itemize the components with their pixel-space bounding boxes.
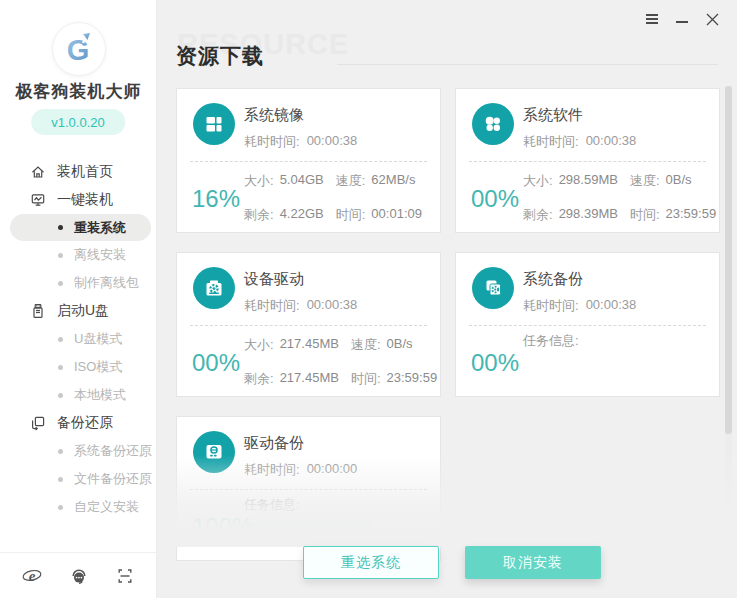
- usb-drive-icon: [29, 303, 46, 320]
- card-system-image: 系统镜像 耗时时间: 00:00:38 16% 大小:5.04GB 速度:62M…: [176, 88, 441, 233]
- elapsed-time-value: 00:00:00: [307, 461, 358, 479]
- elapsed-time-value: 00:00:38: [586, 297, 637, 315]
- progress-percent: 00%: [471, 185, 519, 213]
- card-divider: [469, 161, 706, 162]
- home-icon: [29, 164, 46, 181]
- sidebar-item-file-backup-restore[interactable]: 文件备份还原: [0, 465, 157, 493]
- sidebar-nav: 装机首页 一键装机 重装系统 离线安装 制作离线包 启动U盘: [0, 158, 157, 521]
- task-info-label: 任务信息:: [523, 332, 579, 350]
- sidebar-item-custom-install[interactable]: 自定义安装: [0, 493, 157, 521]
- sidebar-item-home[interactable]: 装机首页: [0, 158, 157, 186]
- elapsed-time: 耗时时间: 00:00:00: [244, 461, 357, 479]
- scrollbar-track[interactable]: [725, 86, 732, 544]
- stat-time: 时间:23:59:59: [630, 206, 716, 224]
- stat-remaining: 剩余:298.39MB: [523, 206, 618, 224]
- sidebar-item-label: 制作离线包: [74, 274, 139, 292]
- window-controls: [644, 11, 720, 27]
- sidebar-item-label: 重装系统: [74, 219, 126, 237]
- sidebar-item-make-offline-package[interactable]: 制作离线包: [0, 269, 157, 297]
- stat-time: 时间:00:01:09: [336, 206, 422, 224]
- sidebar-item-label: 自定义安装: [74, 498, 139, 516]
- bullet-icon: [58, 365, 63, 370]
- sidebar-item-label: 备份还原: [57, 414, 113, 432]
- card-divider: [190, 161, 427, 162]
- bullet-icon: [58, 393, 63, 398]
- cancel-install-button[interactable]: 取消安装: [465, 546, 601, 579]
- sidebar-item-label: 离线安装: [74, 246, 126, 264]
- backup-restore-icon: [29, 415, 46, 432]
- svg-text:G: G: [66, 34, 89, 66]
- logo: G: [0, 22, 157, 76]
- card-device-driver: 设备驱动 耗时时间: 00:00:38 00% 大小:217.45MB 速度:0…: [176, 252, 441, 397]
- sidebar-item-iso-mode[interactable]: ISO模式: [0, 353, 157, 381]
- bullet-icon: [58, 281, 63, 286]
- stat-time: 时间:23:59:59: [351, 370, 437, 388]
- elapsed-time-label: 耗时时间:: [244, 461, 300, 479]
- sidebar-item-system-backup-restore[interactable]: 系统备份还原: [0, 437, 157, 465]
- card-stats: 大小:217.45MB 速度:0B/s 剩余:217.45MB 时间:23:59…: [244, 336, 437, 388]
- sidebar-item-label: 装机首页: [57, 163, 113, 181]
- card-stats: 大小:298.59MB 速度:0B/s 剩余:298.39MB 时间:23:59…: [523, 172, 716, 224]
- bullet-icon: [58, 337, 63, 342]
- scrollbar-thumb[interactable]: [725, 86, 732, 434]
- sidebar-item-label: 文件备份还原: [74, 470, 152, 488]
- elapsed-time: 耗时时间: 00:00:38: [523, 133, 636, 151]
- sidebar-item-label: 本地模式: [74, 386, 126, 404]
- sidebar-item-label: ISO模式: [74, 358, 122, 376]
- sidebar-item-boot-usb[interactable]: 启动U盘: [0, 297, 157, 325]
- progress-percent: 00%: [192, 349, 240, 377]
- stat-remaining: 剩余:4.22GB: [244, 206, 324, 224]
- sidebar-item-label: 一键装机: [57, 191, 113, 209]
- sidebar-item-one-key-install[interactable]: 一键装机: [0, 186, 157, 214]
- sidebar-item-reinstall-system[interactable]: 重装系统: [10, 214, 151, 241]
- stat-speed: 速度:0B/s: [630, 172, 716, 190]
- card-title: 系统镜像: [244, 106, 304, 125]
- apps-icon: [472, 103, 514, 145]
- menu-icon[interactable]: [644, 11, 660, 27]
- sidebar-item-offline-install[interactable]: 离线安装: [0, 241, 157, 269]
- stat-speed: 速度:0B/s: [351, 336, 437, 354]
- card-title: 系统备份: [523, 270, 583, 289]
- sidebar-item-label: 系统备份还原: [74, 442, 152, 460]
- elapsed-time-label: 耗时时间:: [244, 297, 300, 315]
- monitor-icon: [29, 192, 46, 209]
- minimize-icon[interactable]: [674, 11, 690, 27]
- card-divider: [469, 325, 706, 326]
- sidebar-footer: e: [0, 552, 157, 598]
- elapsed-time-value: 00:00:38: [307, 297, 358, 315]
- device-driver-icon: [193, 267, 235, 309]
- progress-percent: 16%: [192, 185, 240, 213]
- elapsed-time-value: 00:00:38: [307, 133, 358, 151]
- card-title: 系统软件: [523, 106, 583, 125]
- card-title: 驱动备份: [244, 434, 304, 453]
- bullet-icon: [58, 449, 63, 454]
- bullet-icon: [58, 253, 63, 258]
- stat-remaining: 剩余:217.45MB: [244, 370, 339, 388]
- stat-size: 大小:298.59MB: [523, 172, 618, 190]
- windows-icon: [193, 103, 235, 145]
- elapsed-time: 耗时时间: 00:00:38: [244, 297, 357, 315]
- card-title: 设备驱动: [244, 270, 304, 289]
- driver-backup-icon: [193, 431, 235, 473]
- sidebar: G 极客狗装机大师 v1.0.0.20 装机首页 一键装机 重装系统 离线安装: [0, 0, 157, 598]
- sidebar-item-local-mode[interactable]: 本地模式: [0, 381, 157, 409]
- bullet-icon: [58, 505, 63, 510]
- reselect-system-button[interactable]: 重选系统: [303, 546, 439, 579]
- title-divider: [337, 64, 718, 65]
- support-headset-icon[interactable]: [69, 566, 89, 586]
- card-stats: 大小:5.04GB 速度:62MB/s 剩余:4.22GB 时间:00:01:0…: [244, 172, 422, 224]
- sidebar-item-label: U盘模式: [74, 330, 122, 348]
- close-icon[interactable]: [704, 11, 720, 27]
- card-system-software: 系统软件 耗时时间: 00:00:38 00% 大小:298.59MB 速度:0…: [455, 88, 720, 233]
- version-badge: v1.0.0.20: [31, 109, 125, 135]
- browser-icon[interactable]: e: [22, 566, 42, 586]
- card-system-backup: 系统备份 耗时时间: 00:00:38 00% 任务信息:: [455, 252, 720, 397]
- sidebar-item-backup-restore[interactable]: 备份还原: [0, 409, 157, 437]
- stat-size: 大小:5.04GB: [244, 172, 324, 190]
- elapsed-time-label: 耗时时间:: [523, 133, 579, 151]
- sidebar-item-usb-mode[interactable]: U盘模式: [0, 325, 157, 353]
- elapsed-time: 耗时时间: 00:00:38: [244, 133, 357, 151]
- card-divider: [190, 489, 427, 490]
- app-name: 极客狗装机大师: [0, 80, 157, 103]
- scan-icon[interactable]: [115, 566, 135, 586]
